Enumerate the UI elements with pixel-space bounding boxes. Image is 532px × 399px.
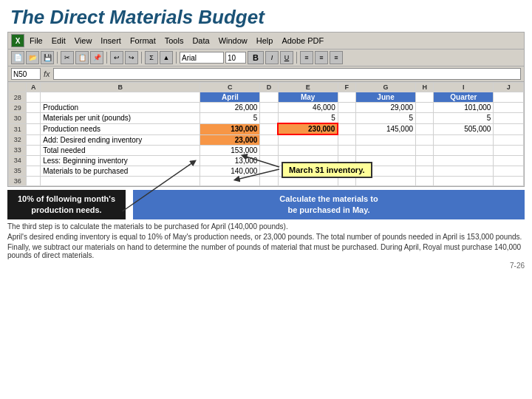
cell-d31[interactable] <box>260 123 278 134</box>
cell-g28[interactable]: June <box>356 92 416 103</box>
cell-b32[interactable]: Add: Desired ending inventory <box>41 134 200 145</box>
cell-f33[interactable] <box>338 145 355 155</box>
cell-i30[interactable]: 5 <box>434 113 494 124</box>
new-button[interactable]: 📄 <box>11 51 24 64</box>
align-center-button[interactable]: ≡ <box>315 51 328 64</box>
cell-a34[interactable] <box>27 155 41 166</box>
copy-button[interactable]: 📋 <box>75 51 89 64</box>
cell-c34[interactable]: 13,000 <box>200 155 260 166</box>
cell-c28[interactable]: April <box>200 92 260 103</box>
cell-c31[interactable]: 130,000 <box>200 123 260 134</box>
cell-i31[interactable]: 505,000 <box>434 123 494 134</box>
cell-g30[interactable]: 5 <box>356 113 416 124</box>
cell-c33[interactable]: 153,000 <box>200 145 260 155</box>
italic-button[interactable]: I <box>265 51 279 64</box>
sort-asc-button[interactable]: ▲ <box>160 51 173 64</box>
cell-c36[interactable] <box>200 176 260 185</box>
cell-reference[interactable] <box>11 68 41 80</box>
cell-i33[interactable] <box>434 145 494 155</box>
cut-button[interactable]: ✂ <box>61 51 74 64</box>
formula-input[interactable] <box>53 68 521 80</box>
cell-d33[interactable] <box>260 145 278 155</box>
cell-f32[interactable] <box>338 134 355 145</box>
cell-h35[interactable] <box>416 166 434 176</box>
cell-h30[interactable] <box>416 113 434 124</box>
cell-h33[interactable] <box>416 145 434 155</box>
cell-d34[interactable] <box>260 155 278 166</box>
cell-i29[interactable]: 101,000 <box>434 103 494 113</box>
cell-g32[interactable] <box>356 134 416 145</box>
cell-f28[interactable] <box>338 92 355 103</box>
redo-button[interactable]: ↪ <box>125 51 138 64</box>
cell-b33[interactable]: Total needed <box>41 145 200 155</box>
cell-d29[interactable] <box>260 103 278 113</box>
cell-b30[interactable]: Materials per unit (pounds) <box>41 113 200 124</box>
bold-button[interactable]: B <box>248 51 264 64</box>
cell-j34[interactable] <box>494 155 524 166</box>
cell-c29[interactable]: 26,000 <box>200 103 260 113</box>
cell-g31[interactable]: 145,000 <box>356 123 416 134</box>
cell-a33[interactable] <box>27 145 41 155</box>
cell-i32[interactable] <box>434 134 494 145</box>
menu-insert[interactable]: Insert <box>97 35 125 46</box>
cell-g29[interactable]: 29,000 <box>356 103 416 113</box>
cell-e29[interactable]: 46,000 <box>278 103 338 113</box>
cell-e30[interactable]: 5 <box>278 113 338 124</box>
cell-a30[interactable] <box>27 113 41 124</box>
paste-button[interactable]: 📌 <box>90 51 103 64</box>
cell-a32[interactable] <box>27 134 41 145</box>
underline-button[interactable]: U <box>280 51 293 64</box>
cell-h28[interactable] <box>416 92 434 103</box>
menu-window[interactable]: Window <box>215 35 251 46</box>
cell-e32[interactable] <box>278 134 338 145</box>
menu-data[interactable]: Data <box>188 35 213 46</box>
cell-h29[interactable] <box>416 103 434 113</box>
cell-j33[interactable] <box>494 145 524 155</box>
cell-b35[interactable]: Materials to be purchased <box>41 166 200 176</box>
undo-button[interactable]: ↩ <box>110 51 123 64</box>
font-selector[interactable] <box>180 52 224 64</box>
cell-e33[interactable] <box>278 145 338 155</box>
cell-j35[interactable] <box>494 166 524 176</box>
cell-h31[interactable] <box>416 123 434 134</box>
cell-h36[interactable] <box>416 176 434 185</box>
menu-format[interactable]: Format <box>126 35 160 46</box>
cell-b31[interactable]: Production needs <box>41 123 200 134</box>
cell-b34[interactable]: Less: Beginning inventory <box>41 155 200 166</box>
cell-c30[interactable]: 5 <box>200 113 260 124</box>
cell-a29[interactable] <box>27 103 41 113</box>
cell-b29[interactable]: Production <box>41 103 200 113</box>
cell-f29[interactable] <box>338 103 355 113</box>
cell-e28[interactable]: May <box>278 92 338 103</box>
menu-file[interactable]: File <box>26 35 47 46</box>
cell-f31[interactable] <box>338 123 355 134</box>
cell-j36[interactable] <box>494 176 524 185</box>
cell-j29[interactable] <box>494 103 524 113</box>
cell-e31[interactable]: 230,000 <box>278 123 338 134</box>
cell-c32[interactable]: 23,000 <box>200 134 260 145</box>
cell-d35[interactable] <box>260 166 278 176</box>
menu-edit[interactable]: Edit <box>48 35 69 46</box>
menu-adobe[interactable]: Adobe PDF <box>278 35 327 46</box>
menu-tools[interactable]: Tools <box>161 35 188 46</box>
cell-j32[interactable] <box>494 134 524 145</box>
menu-help[interactable]: Help <box>253 35 277 46</box>
cell-f30[interactable] <box>338 113 355 124</box>
cell-d30[interactable] <box>260 113 278 124</box>
cell-i35[interactable] <box>434 166 494 176</box>
cell-d32[interactable] <box>260 134 278 145</box>
cell-g33[interactable] <box>356 145 416 155</box>
cell-a28[interactable] <box>27 92 41 103</box>
cell-h34[interactable] <box>416 155 434 166</box>
open-button[interactable]: 📂 <box>26 51 39 64</box>
cell-j30[interactable] <box>494 113 524 124</box>
menu-view[interactable]: View <box>71 35 96 46</box>
cell-a36[interactable] <box>27 176 41 185</box>
cell-a35[interactable] <box>27 166 41 176</box>
font-size-selector[interactable] <box>225 52 246 64</box>
cell-d28[interactable] <box>260 92 278 103</box>
align-left-button[interactable]: ≡ <box>300 51 313 64</box>
cell-j28[interactable] <box>494 92 524 103</box>
cell-h32[interactable] <box>416 134 434 145</box>
cell-b36[interactable] <box>41 176 200 185</box>
